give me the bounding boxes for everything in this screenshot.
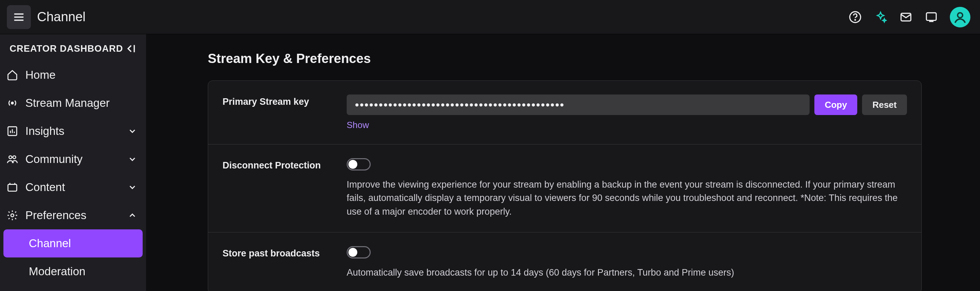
store-broadcasts-description: Automatically save broadcasts for up to … [347, 266, 907, 279]
broadcast-icon [6, 97, 18, 109]
collapse-icon [126, 43, 138, 55]
svg-rect-16 [8, 185, 17, 191]
help-button[interactable] [848, 10, 862, 24]
announcement-icon [925, 11, 938, 24]
collapse-sidebar-button[interactable] [125, 42, 138, 55]
community-icon [6, 153, 18, 165]
hamburger-icon [13, 11, 25, 23]
chevron-down-icon [127, 127, 137, 136]
toggle-knob [348, 160, 357, 169]
mail-icon [899, 11, 912, 24]
inbox-button[interactable] [899, 10, 913, 24]
ai-sparkle-button[interactable] [874, 10, 888, 24]
sidebar-title: CREATOR DASHBOARD [10, 43, 123, 54]
section-stream-key: Primary Stream key Copy Reset Show [208, 81, 921, 144]
disconnect-protection-description: Improve the viewing experience for your … [347, 178, 907, 218]
svg-point-15 [13, 156, 16, 159]
sidebar-item-stream-manager[interactable]: Stream Manager [0, 89, 146, 117]
disconnect-protection-toggle[interactable] [347, 158, 371, 171]
svg-point-9 [11, 102, 13, 104]
chevron-up-icon [127, 210, 137, 220]
main-content: Stream Key & Preferences Primary Stream … [146, 34, 980, 291]
sidebar-item-preferences[interactable]: Preferences [0, 201, 146, 229]
sidebar-item-label: Community [25, 153, 120, 166]
sidebar-subitem-label: Channel [29, 237, 71, 250]
sidebar-item-insights[interactable]: Insights [0, 117, 146, 145]
sidebar: CREATOR DASHBOARD Home Stream Manager In… [0, 34, 146, 291]
sidebar-item-label: Home [25, 68, 138, 81]
chart-icon [6, 125, 18, 137]
svg-rect-6 [926, 13, 937, 20]
sidebar-subitem-channel[interactable]: Channel [3, 229, 143, 258]
topbar-icons [848, 7, 973, 27]
sidebar-item-label: Content [25, 181, 120, 194]
store-broadcasts-toggle[interactable] [347, 246, 371, 258]
reset-button[interactable]: Reset [862, 95, 907, 115]
sidebar-item-label: Insights [25, 125, 120, 138]
section-label: Disconnect Protection [223, 158, 347, 218]
gear-icon [6, 210, 18, 221]
section-disconnect-protection: Disconnect Protection Improve the viewin… [208, 144, 921, 232]
top-bar: Channel [0, 0, 980, 34]
content-icon [6, 182, 18, 193]
sidebar-subitem-label: Moderation [29, 265, 85, 278]
page-context-title: Channel [37, 9, 86, 24]
chevron-down-icon [127, 154, 137, 164]
sidebar-item-label: Stream Manager [25, 96, 138, 109]
sidebar-item-content[interactable]: Content [0, 173, 146, 201]
sidebar-item-home[interactable]: Home [0, 61, 146, 89]
section-label: Primary Stream key [223, 95, 347, 130]
copy-button[interactable]: Copy [815, 95, 857, 115]
notifications-button[interactable] [924, 10, 938, 24]
chevron-down-icon [127, 182, 137, 192]
section-store-broadcasts: Store past broadcasts Automatically save… [208, 232, 921, 291]
help-icon [849, 11, 862, 24]
sidebar-header: CREATOR DASHBOARD [0, 42, 146, 61]
home-icon [6, 69, 18, 81]
user-icon [953, 9, 968, 25]
svg-point-14 [9, 156, 12, 159]
sparkle-icon [874, 11, 887, 24]
toggle-knob [348, 248, 357, 257]
avatar[interactable] [950, 7, 970, 27]
show-key-link[interactable]: Show [347, 120, 369, 130]
settings-panel: Primary Stream key Copy Reset Show Disco… [208, 81, 922, 291]
hamburger-button[interactable] [7, 5, 31, 29]
page-title: Stream Key & Preferences [208, 51, 922, 66]
svg-point-4 [855, 19, 856, 20]
sidebar-item-community[interactable]: Community [0, 145, 146, 173]
sidebar-item-label: Preferences [25, 209, 120, 222]
svg-point-7 [958, 13, 963, 18]
section-label: Store past broadcasts [223, 246, 347, 279]
stream-key-input[interactable] [347, 95, 810, 115]
svg-point-19 [11, 214, 14, 217]
sidebar-subitem-moderation[interactable]: Moderation [3, 258, 143, 286]
